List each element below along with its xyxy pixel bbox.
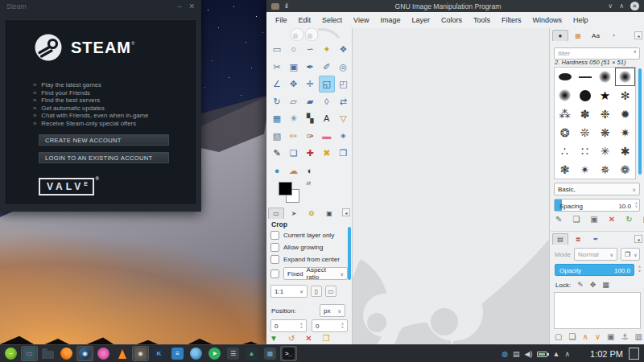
brush[interactable]: ❂ [555,123,575,142]
terminal-taskbar-icon[interactable]: >_ [280,346,297,361]
duplicate-layer-action[interactable]: ▣ [607,333,614,341]
new-brush-action[interactable]: ❏ [572,216,580,224]
warp-transform-tool[interactable]: ✳ [286,110,302,127]
dock-menu-icon[interactable]: ◂ [342,208,350,216]
fonts-tab[interactable]: Aa [588,30,604,41]
brush[interactable] [595,68,615,86]
checkbox[interactable] [270,231,279,240]
checkbox[interactable] [270,255,279,264]
system-monitor-taskbar-icon[interactable]: ▲ [243,346,260,361]
firefox-taskbar-icon[interactable] [58,346,75,361]
spinner-icons[interactable]: ∧∨ [341,323,344,329]
brush-filter-input[interactable] [554,47,640,60]
landscape-icon[interactable]: ▭ [325,286,336,297]
foreground-color-swatch[interactable] [279,182,292,195]
lock-pixels-lock[interactable]: ✎ [577,281,584,289]
brush[interactable]: ✳ [595,142,615,160]
blur-sharpen-tool[interactable]: ● [269,162,285,179]
patterns-tab[interactable]: ▦ [570,30,586,41]
select-by-color-tool[interactable]: ❖ [335,41,351,58]
fixed-checkbox[interactable] [270,269,279,278]
save-preset-action[interactable]: ▼ [270,335,278,343]
rotate-tool[interactable]: ↻ [269,93,285,110]
position-y-spinbox[interactable]: 0 ∧∨ [312,319,348,332]
crop-option[interactable]: Current layer only [270,229,340,241]
color-swatches[interactable]: ⇄ [279,182,311,204]
menu[interactable]: File [270,16,293,24]
gradients-tab[interactable]: ◔ [605,30,621,41]
brush-preset-select[interactable]: Basic, ∨ [554,183,640,195]
brush[interactable]: ❁ [615,160,635,179]
raise-layer-action[interactable]: ∧ [582,333,588,341]
brush[interactable]: ⁂ [555,105,575,123]
menu[interactable]: Image [374,16,406,24]
seamless-clone-tool[interactable]: ▚ [302,110,318,127]
ink-tool[interactable]: ✎ [269,145,285,162]
portrait-icon[interactable]: ▯ [311,286,322,297]
close-icon[interactable]: ✕ [630,2,639,10]
show-desktop-button[interactable] [629,348,639,360]
fuzzy-select-tool[interactable]: ✦ [319,41,335,58]
vlc-taskbar-icon[interactable] [114,346,130,361]
menu[interactable]: Colors [436,16,468,24]
brush[interactable] [555,68,575,86]
crop-option[interactable]: Allow growing [270,241,340,253]
brush[interactable] [575,86,595,105]
close-icon[interactable]: ✕ [188,2,195,10]
flip-tool[interactable]: ⇄ [335,93,351,110]
brush[interactable]: ✽ [575,105,595,123]
lower-layer-action[interactable]: ∨ [595,333,601,341]
paths-tool[interactable]: ✒ [302,59,318,76]
heal-tool[interactable]: ✚ [302,145,318,162]
file-manager-taskbar-icon[interactable] [39,346,56,361]
menu[interactable]: View [348,16,374,24]
brush[interactable]: ∴ [555,142,575,160]
menu[interactable]: Windows [526,16,568,24]
eraser-tool[interactable]: ▬ [319,128,335,145]
reset-options-action[interactable]: ❒ [323,335,330,343]
steam-taskbar-icon[interactable]: ◉ [76,346,93,361]
ratio-input[interactable]: 1:1 ✕ [270,285,308,298]
align-tool[interactable]: ✛ [302,76,318,93]
office-writer-taskbar-icon[interactable]: ≡ [169,346,186,361]
brush[interactable] [555,86,575,105]
brush[interactable]: ✴ [575,160,595,179]
new-layer-group-action[interactable]: ❏ [568,333,576,341]
gimp-taskbar-icon[interactable]: ◉ [132,346,149,361]
menu[interactable]: Help [568,16,594,24]
minimize-icon[interactable]: ∨ [608,2,613,10]
airbrush-tool[interactable]: ✴ [335,128,351,145]
shear-tool[interactable]: ▰ [302,93,318,110]
spacing-slider[interactable]: Spacing 10.0 ∧∨ [554,199,640,212]
tool-presets-tab[interactable]: ❂ [303,208,320,219]
unit-select[interactable]: px ∨ [320,304,345,317]
dodge-burn-tool[interactable]: ◐ [302,162,318,179]
zoom-tool[interactable]: ◎ [335,59,351,76]
channels-tab[interactable]: ≣ [570,233,586,245]
brush[interactable] [575,68,595,86]
menu[interactable]: Layer [406,16,436,24]
green-app-taskbar-icon[interactable]: ➤ [206,346,223,361]
ellipse-select-tool[interactable]: ○ [286,41,302,58]
brush[interactable]: ✹ [615,105,635,123]
crop-tool[interactable]: ◱ [319,76,335,93]
clear-icon[interactable]: ✕ [299,289,303,294]
login-button[interactable]: LOGIN TO AN EXISTING ACCOUNT [39,152,169,163]
lock-position-lock[interactable]: ✥ [590,281,597,289]
edit-brush-action[interactable]: ✎ [555,216,562,224]
crop-option[interactable]: Expand from center [270,253,340,265]
dock-menu-icon[interactable]: ◂ [634,235,642,243]
checkbox[interactable] [270,243,279,252]
scrollbar[interactable] [638,68,642,175]
measure-tool[interactable]: ∠ [269,76,285,93]
scale-tool[interactable]: ▱ [286,93,302,110]
display-settings-taskbar-icon[interactable]: ▭ [21,346,38,361]
software-update-tray-icon[interactable]: ◍ [502,351,508,358]
brush[interactable]: ❊ [575,123,595,142]
device-status-tab[interactable]: ➤ [286,208,302,219]
unified-transform-tool[interactable]: ◰ [335,76,351,93]
delete-preset-action[interactable]: ✕ [305,335,312,343]
steam-titlebar[interactable]: Steam – ✕ [0,0,201,13]
layers-tab[interactable]: ▤ [552,233,568,245]
kdenlive-taskbar-icon[interactable]: K [151,346,167,361]
